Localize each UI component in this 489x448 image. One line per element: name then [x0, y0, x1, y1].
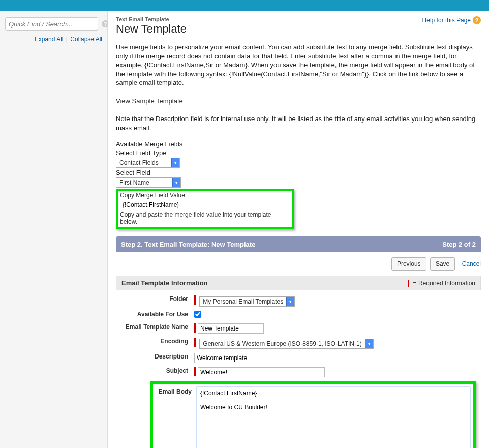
email-body-textarea[interactable] — [197, 387, 470, 448]
field-select[interactable]: First Name ▾ — [116, 177, 181, 188]
required-legend: = Required Information — [408, 280, 475, 287]
save-button[interactable]: Save — [430, 257, 455, 271]
help-icon: ? — [473, 16, 481, 24]
description-input[interactable] — [194, 353, 321, 363]
top-chrome-bar — [0, 0, 489, 11]
subject-input[interactable] — [198, 367, 325, 377]
intro-paragraph: Use merge fields to personalize your ema… — [116, 43, 481, 87]
intro-note: Note that the Description field is for i… — [116, 114, 481, 132]
field-type-select[interactable]: Contact Fields ▾ — [116, 158, 180, 168]
available-checkbox[interactable] — [194, 311, 201, 318]
chevron-updown-icon: ▾ — [365, 339, 373, 348]
merge-value-highlight: Copy Merge Field Value Copy and paste th… — [116, 189, 294, 229]
encoding-label: Encoding — [116, 336, 192, 351]
expand-all-link[interactable]: Expand All — [35, 36, 64, 43]
collapse-all-link[interactable]: Collapse All — [70, 36, 102, 43]
chevron-updown-icon: ▾ — [172, 178, 180, 187]
subject-label: Subject — [116, 365, 192, 379]
view-sample-link[interactable]: View Sample Template — [116, 97, 183, 105]
breadcrumb: Text Email Template — [116, 16, 187, 22]
copy-merge-hint: Copy and paste the merge field value int… — [120, 211, 290, 225]
description-label: Description — [116, 351, 192, 365]
cancel-link[interactable]: Cancel — [462, 260, 481, 267]
folder-label: Folder — [116, 293, 192, 309]
page-title: New Template — [116, 22, 187, 36]
form-table: Folder My Personal Email Templates ▾ Ava… — [116, 293, 481, 379]
main-content: Text Email Template New Template Help fo… — [108, 11, 489, 448]
svg-text:?: ? — [104, 21, 107, 27]
chevron-updown-icon: ▾ — [286, 297, 294, 306]
copy-merge-label: Copy Merge Field Value — [120, 192, 290, 199]
step-header: Step 2. Text Email Template: New Templat… — [116, 236, 481, 252]
chevron-updown-icon: ▾ — [171, 158, 179, 167]
help-link[interactable]: Help for this Page ? — [422, 16, 481, 24]
merge-value-input[interactable] — [120, 200, 186, 210]
select-field-label: Select Field — [116, 169, 481, 176]
email-body-label: Email Body — [156, 387, 192, 448]
merge-fields-heading: Available Merge Fields — [116, 140, 481, 148]
sidebar: ? Expand All | Collapse All — [0, 11, 108, 448]
previous-button[interactable]: Previous — [391, 257, 426, 271]
section-header: Email Template Information = Required In… — [116, 276, 481, 290]
available-label: Available For Use — [116, 309, 192, 321]
select-field-type-label: Select Field Type — [116, 149, 481, 157]
folder-select[interactable]: My Personal Email Templates ▾ — [199, 296, 295, 307]
template-name-label: Email Template Name — [116, 321, 192, 336]
search-input[interactable] — [5, 17, 98, 31]
encoding-select[interactable]: General US & Western Europe (ISO-8859-1,… — [199, 339, 373, 349]
email-body-highlight: Email Body — [150, 381, 476, 448]
template-name-input[interactable] — [198, 323, 264, 334]
